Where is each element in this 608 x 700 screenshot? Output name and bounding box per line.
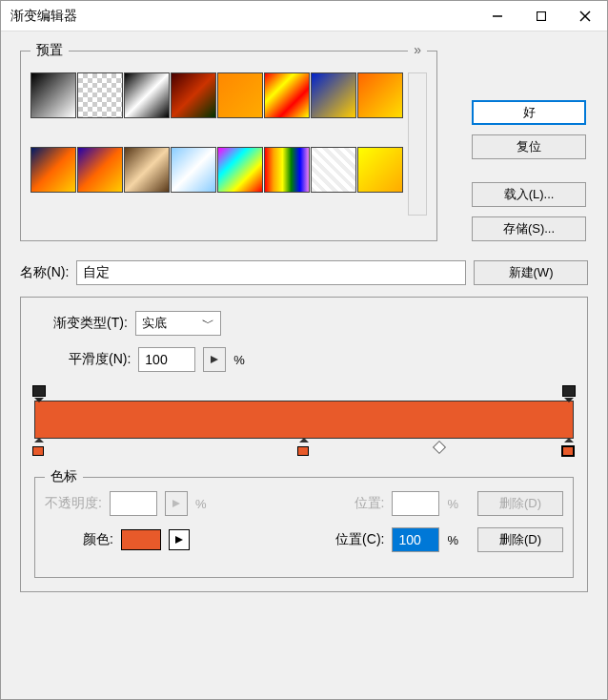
presets-grid: [30, 72, 404, 219]
opacity-stop[interactable]: [32, 385, 46, 399]
opacity-position-input: [392, 491, 439, 516]
content-area: 预置 » 好: [1, 31, 607, 611]
gradient-editor-window: 渐变编辑器 预置 »: [0, 0, 608, 700]
load-button[interactable]: 载入(L)...: [472, 182, 586, 207]
stops-fieldset: 色标 不透明度: % 位置: % 删除(D) 颜色:: [34, 477, 574, 578]
preset-swatch[interactable]: [77, 72, 123, 118]
opacity-position-unit: %: [447, 497, 458, 511]
preset-swatch[interactable]: [217, 72, 263, 118]
side-buttons: 好 复位 载入(L)... 存储(S)...: [472, 100, 586, 241]
name-input[interactable]: [76, 260, 466, 285]
name-row: 名称(N): 新建(W): [20, 260, 588, 285]
opacity-stop-row: 不透明度: % 位置: % 删除(D): [45, 491, 563, 516]
minimize-button[interactable]: [476, 1, 519, 31]
chevron-down-icon: ﹀: [202, 315, 214, 332]
svg-marker-4: [211, 356, 218, 363]
preset-swatch[interactable]: [217, 147, 263, 193]
opacity-stop[interactable]: [562, 385, 576, 399]
color-label: 颜色:: [83, 531, 113, 548]
preset-swatch[interactable]: [264, 72, 310, 118]
close-button[interactable]: [563, 1, 607, 31]
svg-rect-1: [537, 11, 546, 20]
save-button[interactable]: 存储(S)...: [472, 216, 586, 241]
gradient-type-label: 渐变类型(T):: [53, 315, 128, 332]
smoothness-label: 平滑度(N):: [69, 351, 131, 368]
titlebar: 渐变编辑器: [1, 1, 607, 31]
delete-color-stop-button[interactable]: 删除(D): [477, 527, 563, 552]
gradient-type-value: 实底: [142, 315, 167, 332]
color-stop[interactable]: [32, 443, 46, 456]
preset-swatch[interactable]: [30, 72, 76, 118]
preset-swatch[interactable]: [77, 147, 123, 193]
preset-swatch[interactable]: [311, 147, 356, 193]
opacity-unit: %: [195, 497, 207, 511]
smoothness-row: 平滑度(N): %: [69, 347, 574, 372]
gradient-preview-area: [34, 401, 574, 439]
opacity-input: [110, 491, 157, 516]
color-swatch[interactable]: [121, 529, 161, 550]
preset-swatch[interactable]: [357, 147, 403, 193]
window-title: 渐变编辑器: [1, 8, 476, 25]
opacity-position-label: 位置:: [355, 495, 385, 512]
maximize-button[interactable]: [519, 1, 563, 31]
midpoint-diamond[interactable]: [432, 441, 445, 454]
preset-swatch[interactable]: [264, 147, 310, 193]
preset-swatch[interactable]: [124, 147, 170, 193]
smoothness-input[interactable]: [138, 347, 195, 372]
color-stop[interactable]: [297, 443, 311, 456]
preset-swatch[interactable]: [124, 72, 170, 118]
smoothness-spinner-button[interactable]: [203, 347, 226, 372]
svg-marker-5: [172, 500, 180, 507]
svg-marker-6: [175, 536, 183, 544]
presets-fieldset: 预置 »: [20, 51, 437, 241]
smoothness-unit: %: [233, 353, 245, 367]
preset-swatch[interactable]: [171, 147, 216, 193]
reset-button[interactable]: 复位: [472, 134, 586, 159]
color-position-label: 位置(C):: [335, 531, 384, 548]
preset-swatch[interactable]: [171, 72, 216, 118]
gradient-type-select[interactable]: 实底 ﹀: [135, 311, 221, 336]
color-stop[interactable]: [562, 443, 576, 456]
ok-button[interactable]: 好: [472, 100, 586, 125]
new-button[interactable]: 新建(W): [474, 260, 588, 285]
color-position-input[interactable]: [392, 527, 439, 552]
color-position-unit: %: [447, 533, 458, 547]
opacity-label: 不透明度:: [45, 495, 102, 512]
gradient-type-row: 渐变类型(T): 实底 ﹀: [53, 311, 574, 336]
preset-swatch[interactable]: [311, 72, 356, 118]
stops-label: 色标: [45, 468, 83, 485]
gradient-preview-bar[interactable]: [34, 401, 574, 439]
preset-swatch[interactable]: [30, 147, 76, 193]
color-stop-row: 颜色: 位置(C): % 删除(D): [45, 527, 563, 552]
presets-expand-icon[interactable]: »: [408, 42, 427, 57]
presets-label: 预置: [30, 42, 69, 59]
preset-swatch[interactable]: [357, 72, 403, 118]
gradient-settings-fieldset: 渐变类型(T): 实底 ﹀ 平滑度(N): %: [20, 297, 588, 592]
name-label: 名称(N):: [20, 264, 69, 281]
color-picker-button[interactable]: [169, 529, 190, 550]
delete-opacity-stop-button: 删除(D): [477, 491, 563, 516]
opacity-spinner-button: [165, 491, 188, 516]
presets-scrollbar[interactable]: [408, 72, 427, 216]
